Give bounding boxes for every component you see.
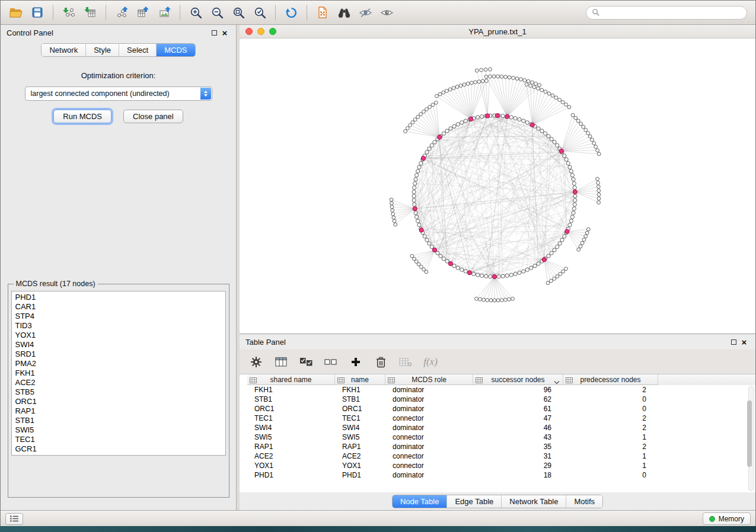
column-header-MCDS-role[interactable]: MCDS role — [385, 374, 473, 385]
leaf-node[interactable] — [529, 84, 532, 88]
ring-node[interactable] — [497, 275, 500, 278]
ring-node[interactable] — [550, 137, 553, 141]
leaf-node[interactable] — [496, 75, 500, 78]
leaf-node[interactable] — [496, 299, 500, 302]
leaf-node[interactable] — [466, 82, 470, 85]
leaf-node[interactable] — [558, 98, 562, 102]
leaf-node[interactable] — [452, 86, 455, 90]
leaf-node[interactable] — [390, 198, 393, 201]
ring-node[interactable] — [413, 186, 416, 190]
open-session-button[interactable] — [5, 3, 27, 22]
dominator-node[interactable] — [448, 261, 452, 265]
ring-node[interactable] — [543, 132, 547, 135]
leaf-node[interactable] — [425, 270, 428, 274]
leaf-node[interactable] — [475, 69, 479, 72]
result-node-item[interactable]: TEC1 — [12, 435, 225, 444]
tab-network-table[interactable]: Network Table — [502, 495, 566, 508]
leaf-node[interactable] — [504, 75, 508, 79]
tab-style[interactable]: Style — [86, 44, 119, 56]
table-row[interactable]: STB1STB1dominator620 — [247, 395, 755, 404]
leaf-node[interactable] — [438, 92, 442, 96]
export-network-button[interactable] — [111, 3, 132, 22]
ring-node[interactable] — [476, 273, 480, 277]
leaf-node[interactable] — [512, 76, 515, 80]
leaf-node[interactable] — [564, 267, 568, 271]
leaf-node[interactable] — [390, 205, 394, 209]
ring-node[interactable] — [415, 174, 419, 177]
leaf-node[interactable] — [477, 80, 481, 84]
close-panel-button[interactable]: Close panel — [123, 110, 183, 123]
export-table-button[interactable] — [132, 3, 154, 22]
ring-node[interactable] — [417, 165, 421, 169]
ring-node[interactable] — [423, 235, 426, 238]
criterion-select[interactable]: largest connected component (undirected) — [25, 86, 212, 101]
leaf-node[interactable] — [393, 219, 396, 223]
leaf-node[interactable] — [561, 101, 564, 104]
leaf-node[interactable] — [508, 76, 511, 79]
float-table-panel-icon[interactable] — [728, 336, 739, 347]
leaf-node[interactable] — [442, 91, 445, 94]
import-table-button[interactable] — [79, 3, 101, 22]
leaf-node[interactable] — [562, 270, 565, 273]
run-mcds-button[interactable]: Run MCDS — [53, 110, 111, 123]
ring-node[interactable] — [456, 266, 460, 270]
leaf-node[interactable] — [554, 96, 558, 100]
leaf-node[interactable] — [455, 85, 459, 89]
tab-mcds[interactable]: MCDS — [157, 44, 194, 56]
ring-node[interactable] — [439, 254, 442, 258]
show-columns-icon[interactable] — [274, 354, 288, 370]
result-node-item[interactable]: CAR1 — [12, 302, 225, 312]
ring-node[interactable] — [416, 169, 420, 173]
memory-button[interactable]: Memory — [703, 512, 751, 525]
leaf-node[interactable] — [391, 209, 394, 212]
tab-motifs[interactable]: Motifs — [566, 495, 602, 508]
leaf-node[interactable] — [493, 299, 496, 302]
ring-node[interactable] — [518, 271, 521, 274]
ring-node[interactable] — [547, 254, 550, 258]
leaf-node[interactable] — [422, 110, 426, 114]
leaf-node[interactable] — [489, 75, 492, 78]
ring-node[interactable] — [525, 268, 529, 271]
leaf-node[interactable] — [540, 88, 544, 92]
ring-node[interactable] — [537, 127, 540, 130]
leaf-node[interactable] — [592, 142, 596, 145]
ring-node[interactable] — [572, 182, 576, 185]
ring-node[interactable] — [413, 203, 416, 206]
column-header-successor-nodes[interactable]: successor nodes — [473, 374, 563, 385]
ring-node[interactable] — [442, 132, 445, 135]
ring-node[interactable] — [525, 121, 529, 124]
dominator-node[interactable] — [492, 274, 496, 278]
result-node-item[interactable]: ORC1 — [12, 397, 225, 406]
ring-node[interactable] — [428, 242, 431, 245]
leaf-node[interactable] — [585, 231, 589, 235]
leaf-node[interactable] — [574, 116, 578, 120]
zoom-selected-button[interactable] — [249, 3, 270, 22]
leaf-node[interactable] — [489, 299, 493, 302]
leaf-node[interactable] — [594, 145, 598, 149]
ring-node[interactable] — [417, 223, 421, 227]
import-network-button[interactable] — [58, 3, 79, 22]
table-settings-gear-icon[interactable] — [249, 354, 263, 370]
dominator-node[interactable] — [565, 229, 569, 233]
ring-node[interactable] — [505, 274, 509, 277]
result-node-item[interactable]: TID3 — [12, 321, 225, 331]
dominator-node[interactable] — [413, 207, 417, 211]
result-node-item[interactable]: PMA2 — [12, 359, 225, 368]
ring-node[interactable] — [573, 203, 576, 206]
leaf-node[interactable] — [413, 118, 417, 121]
table-row[interactable]: ACE2ACE2connector311 — [247, 451, 755, 461]
dominator-node[interactable] — [486, 114, 490, 118]
ring-node[interactable] — [553, 248, 556, 252]
tab-edge-table[interactable]: Edge Table — [447, 495, 502, 508]
leaf-node[interactable] — [404, 130, 407, 133]
result-node-item[interactable]: GCR1 — [12, 444, 225, 454]
ring-node[interactable] — [566, 162, 570, 165]
dominator-node[interactable] — [467, 271, 471, 275]
leaf-node[interactable] — [484, 79, 488, 83]
dominator-node[interactable] — [419, 228, 423, 232]
leaf-node[interactable] — [544, 90, 547, 94]
show-all-button[interactable] — [376, 3, 397, 22]
ring-node[interactable] — [563, 235, 566, 238]
ring-node[interactable] — [464, 119, 467, 123]
ring-node[interactable] — [518, 118, 521, 121]
